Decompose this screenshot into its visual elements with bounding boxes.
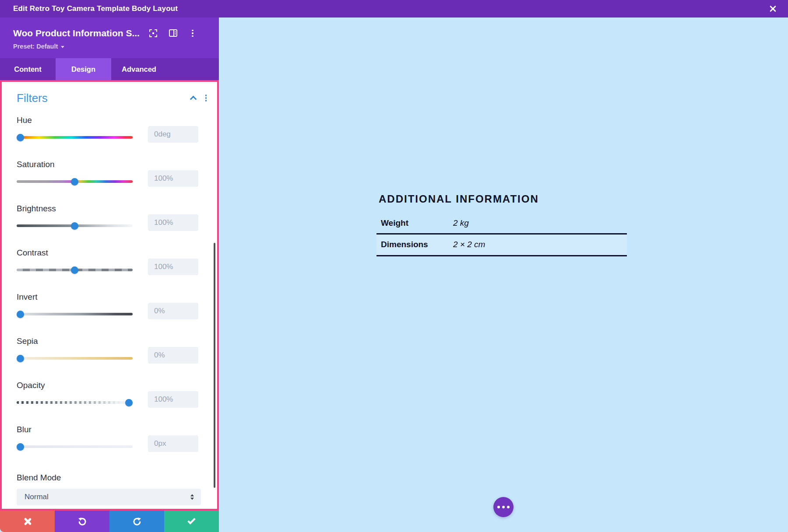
slider-thumb[interactable] [17,443,24,451]
more-options-icon[interactable] [189,30,197,37]
filter-row-hue: Hue [17,116,204,160]
module-settings-modal: Woo Product Information S... [0,18,219,532]
filters-section-header: Filters [17,91,208,105]
slider-thumb[interactable] [71,266,78,274]
collapse-chevron-icon[interactable] [190,96,197,103]
filter-row-saturation: Saturation [17,160,204,204]
undo-icon [77,517,87,526]
settings-tabs: ContentDesignAdvanced [0,58,219,80]
modal-titlebar: Edit Retro Toy Camera Template Body Layo… [0,0,788,18]
slider-thumb[interactable] [17,311,24,318]
tab-advanced[interactable]: Advanced [111,58,167,80]
filter-slider[interactable] [17,266,133,274]
filter-slider[interactable] [17,177,133,186]
filter-value-input[interactable] [148,126,198,143]
ellipsis-dots-icon [497,506,500,508]
redo-icon [132,517,142,526]
discard-button[interactable] [0,511,55,532]
attribute-row-weight: Weight2 kg [376,213,627,234]
attribute-row-dimensions: Dimensions2 × 2 cm [376,234,627,256]
filter-value-input[interactable] [148,391,198,408]
filter-slider[interactable] [17,398,133,407]
scrollbar-thumb[interactable] [214,243,215,488]
save-icon [187,516,195,524]
slider-thumb[interactable] [71,178,78,186]
attribute-value: 2 × 2 cm [453,234,627,256]
blend-mode-value: Normal [25,493,49,501]
modal-title: Edit Retro Toy Camera Template Body Layo… [0,4,178,13]
section-title: Filters [17,91,48,105]
slider-thumb[interactable] [17,134,24,141]
slider-track [17,445,133,448]
module-settings-header: Woo Product Information S... [0,18,219,58]
preset-selector[interactable]: Preset: Default [13,43,64,50]
close-icon[interactable] [769,5,777,13]
filter-row-brightness: Brightness [17,204,204,248]
select-stepper-icon [190,494,194,500]
page-preview-area: ADDITIONAL INFORMATION Weight2 kgDimensi… [219,18,788,532]
slider-thumb[interactable] [125,399,133,406]
preset-caret-icon [61,46,64,48]
filter-value-input[interactable] [148,303,198,319]
filter-label: Opacity [17,381,204,390]
panel-layout-icon[interactable] [169,29,177,37]
filter-row-opacity: Opacity [17,381,204,425]
filters-options-scroll-area: Filters Hue Saturation Brightness [2,82,217,509]
undo-button[interactable] [55,511,109,532]
blend-mode-select[interactable]: Normal [17,489,201,505]
slider-thumb[interactable] [71,222,78,230]
filter-label: Blur [17,425,204,434]
filter-row-contrast: Contrast [17,248,204,292]
filter-value-input[interactable] [148,214,198,231]
attribute-label: Dimensions [376,234,453,256]
filter-slider[interactable] [17,221,133,230]
blend-mode-field: Blend Mode Normal [17,473,201,505]
filter-slider[interactable] [17,310,133,318]
highlighted-options-panel: Filters Hue Saturation Brightness [0,80,219,511]
page-settings-fab[interactable] [493,497,514,517]
product-attributes-table: Weight2 kgDimensions2 × 2 cm [376,213,627,256]
filter-label: Brightness [17,204,204,214]
blend-mode-label: Blend Mode [17,473,201,483]
attribute-value: 2 kg [453,213,627,234]
filter-row-blur: Blur [17,425,204,469]
module-title: Woo Product Information S... [13,28,140,38]
preset-label: Preset: Default [13,43,58,50]
expand-module-icon[interactable] [149,29,157,37]
filter-row-invert: Invert [17,292,204,336]
slider-track [17,401,133,404]
filter-value-input[interactable] [148,347,198,364]
slider-thumb[interactable] [17,355,24,362]
filter-slider[interactable] [17,133,133,142]
settings-action-bar [0,511,219,532]
filter-row-sepia: Sepia [17,336,204,381]
filter-label: Invert [17,292,204,302]
filter-label: Saturation [17,160,204,169]
tab-content[interactable]: Content [0,58,56,80]
filter-value-input[interactable] [148,259,198,275]
filter-label: Hue [17,116,204,125]
filter-label: Contrast [17,248,204,258]
save-button[interactable] [164,511,219,532]
slider-track [17,313,133,315]
filter-value-input[interactable] [148,435,198,452]
slider-track [17,136,133,139]
divi-builder-screen: Edit Retro Toy Camera Template Body Layo… [0,0,788,532]
discard-icon [24,518,32,525]
redo-button[interactable] [109,511,164,532]
tab-design[interactable]: Design [56,58,111,80]
attribute-label: Weight [376,213,453,234]
filter-label: Sepia [17,336,204,346]
filter-slider[interactable] [17,442,133,451]
filter-slider[interactable] [17,354,133,363]
additional-information-heading: ADDITIONAL INFORMATION [379,193,539,205]
section-menu-icon[interactable] [204,94,208,102]
slider-track [17,357,133,360]
filter-value-input[interactable] [148,170,198,187]
